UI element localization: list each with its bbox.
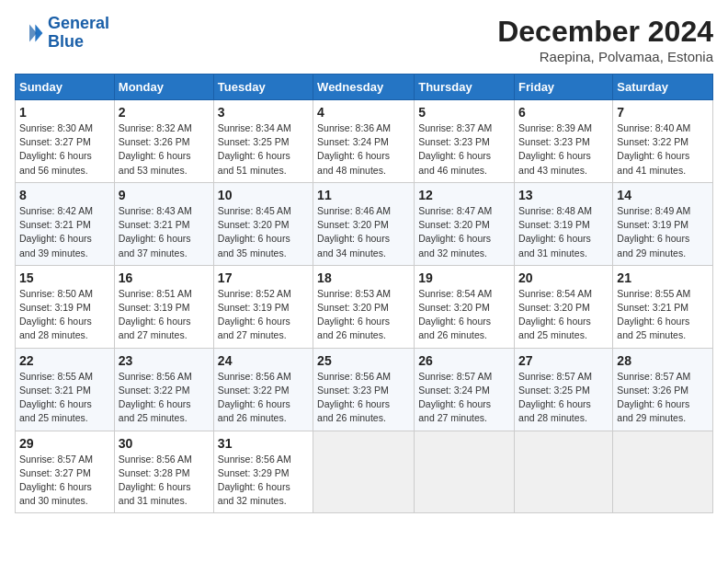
day-info: Sunrise: 8:53 AMSunset: 3:20 PMDaylight:… [317,287,410,343]
day-number: 13 [518,188,609,202]
calendar-table: SundayMondayTuesdayWednesdayThursdayFrid… [15,74,713,513]
day-info: Sunrise: 8:48 AMSunset: 3:19 PMDaylight:… [518,204,609,260]
day-info: Sunrise: 8:51 AMSunset: 3:19 PMDaylight:… [119,287,210,343]
day-info: Sunrise: 8:32 AMSunset: 3:26 PMDaylight:… [119,121,210,178]
calendar-week-row: 8Sunrise: 8:42 AMSunset: 3:21 PMDaylight… [16,182,713,265]
day-number: 2 [119,105,210,120]
calendar-cell [313,431,415,513]
day-info: Sunrise: 8:52 AMSunset: 3:19 PMDaylight:… [218,287,309,343]
calendar-cell [613,431,713,513]
day-info: Sunrise: 8:57 AMSunset: 3:24 PMDaylight:… [418,370,510,426]
calendar-cell [415,431,515,513]
day-number: 21 [617,270,709,285]
calendar-cell: 1Sunrise: 8:30 AMSunset: 3:27 PMDaylight… [16,100,115,183]
calendar-cell [515,431,613,513]
day-info: Sunrise: 8:57 AMSunset: 3:26 PMDaylight:… [617,370,709,426]
logo: General Blue [15,15,109,52]
calendar-cell: 13Sunrise: 8:48 AMSunset: 3:19 PMDayligh… [515,182,613,265]
day-number: 10 [218,188,309,202]
logo-text: General Blue [48,15,109,52]
day-number: 30 [119,436,210,451]
calendar-cell: 3Sunrise: 8:34 AMSunset: 3:25 PMDaylight… [213,100,313,183]
calendar-cell: 11Sunrise: 8:46 AMSunset: 3:20 PMDayligh… [313,182,415,265]
calendar-title: December 2024 [497,15,713,49]
day-info: Sunrise: 8:56 AMSunset: 3:28 PMDaylight:… [119,453,210,509]
day-number: 28 [617,353,709,368]
calendar-week-row: 1Sunrise: 8:30 AMSunset: 3:27 PMDaylight… [16,100,713,183]
day-info: Sunrise: 8:30 AMSunset: 3:27 PMDaylight:… [19,121,110,178]
day-info: Sunrise: 8:56 AMSunset: 3:29 PMDaylight:… [218,453,309,509]
calendar-cell: 25Sunrise: 8:56 AMSunset: 3:23 PMDayligh… [313,348,415,431]
day-info: Sunrise: 8:54 AMSunset: 3:20 PMDaylight:… [418,287,510,343]
calendar-cell: 24Sunrise: 8:56 AMSunset: 3:22 PMDayligh… [213,348,313,431]
header-row: SundayMondayTuesdayWednesdayThursdayFrid… [16,75,713,100]
logo-line1: General [48,14,109,32]
calendar-cell: 15Sunrise: 8:50 AMSunset: 3:19 PMDayligh… [16,265,115,348]
weekday-header: Friday [515,75,613,100]
day-number: 11 [317,188,410,202]
day-number: 14 [617,188,709,202]
day-info: Sunrise: 8:43 AMSunset: 3:21 PMDaylight:… [119,204,210,260]
day-number: 15 [19,270,110,285]
day-info: Sunrise: 8:57 AMSunset: 3:25 PMDaylight:… [518,370,609,426]
day-info: Sunrise: 8:49 AMSunset: 3:19 PMDaylight:… [617,204,709,260]
calendar-cell: 9Sunrise: 8:43 AMSunset: 3:21 PMDaylight… [114,182,213,265]
logo-line2: Blue [48,32,84,51]
calendar-cell: 6Sunrise: 8:39 AMSunset: 3:23 PMDaylight… [515,100,613,183]
calendar-body: 1Sunrise: 8:30 AMSunset: 3:27 PMDaylight… [16,100,713,513]
day-number: 25 [317,353,410,368]
weekday-header: Sunday [16,75,115,100]
day-info: Sunrise: 8:56 AMSunset: 3:23 PMDaylight:… [317,370,410,426]
calendar-cell: 16Sunrise: 8:51 AMSunset: 3:19 PMDayligh… [114,265,213,348]
day-info: Sunrise: 8:55 AMSunset: 3:21 PMDaylight:… [617,287,709,343]
day-number: 7 [617,105,709,120]
day-info: Sunrise: 8:42 AMSunset: 3:21 PMDaylight:… [19,204,110,260]
calendar-header: SundayMondayTuesdayWednesdayThursdayFrid… [16,75,713,100]
calendar-cell: 22Sunrise: 8:55 AMSunset: 3:21 PMDayligh… [16,348,115,431]
weekday-header: Saturday [613,75,713,100]
day-info: Sunrise: 8:39 AMSunset: 3:23 PMDaylight:… [518,121,609,178]
calendar-cell: 14Sunrise: 8:49 AMSunset: 3:19 PMDayligh… [613,182,713,265]
calendar-cell: 12Sunrise: 8:47 AMSunset: 3:20 PMDayligh… [415,182,515,265]
calendar-cell: 18Sunrise: 8:53 AMSunset: 3:20 PMDayligh… [313,265,415,348]
day-number: 12 [418,188,510,202]
calendar-cell: 10Sunrise: 8:45 AMSunset: 3:20 PMDayligh… [213,182,313,265]
calendar-cell: 5Sunrise: 8:37 AMSunset: 3:23 PMDaylight… [415,100,515,183]
day-info: Sunrise: 8:54 AMSunset: 3:20 PMDaylight:… [518,287,609,343]
day-number: 4 [317,105,410,120]
day-number: 26 [418,353,510,368]
calendar-cell: 20Sunrise: 8:54 AMSunset: 3:20 PMDayligh… [515,265,613,348]
weekday-header: Monday [114,75,213,100]
logo-icon [15,18,44,48]
calendar-cell: 27Sunrise: 8:57 AMSunset: 3:25 PMDayligh… [515,348,613,431]
day-number: 1 [19,105,110,120]
day-info: Sunrise: 8:37 AMSunset: 3:23 PMDaylight:… [418,121,510,178]
calendar-week-row: 22Sunrise: 8:55 AMSunset: 3:21 PMDayligh… [16,348,713,431]
day-info: Sunrise: 8:47 AMSunset: 3:20 PMDaylight:… [418,204,510,260]
day-number: 5 [418,105,510,120]
calendar-cell: 8Sunrise: 8:42 AMSunset: 3:21 PMDaylight… [16,182,115,265]
weekday-header: Thursday [415,75,515,100]
calendar-cell: 23Sunrise: 8:56 AMSunset: 3:22 PMDayligh… [114,348,213,431]
day-number: 6 [518,105,609,120]
calendar-cell: 28Sunrise: 8:57 AMSunset: 3:26 PMDayligh… [613,348,713,431]
day-number: 16 [119,270,210,285]
day-info: Sunrise: 8:45 AMSunset: 3:20 PMDaylight:… [218,204,309,260]
calendar-cell: 19Sunrise: 8:54 AMSunset: 3:20 PMDayligh… [415,265,515,348]
weekday-header: Tuesday [213,75,313,100]
calendar-cell: 26Sunrise: 8:57 AMSunset: 3:24 PMDayligh… [415,348,515,431]
day-number: 31 [218,436,309,451]
calendar-cell: 29Sunrise: 8:57 AMSunset: 3:27 PMDayligh… [16,431,115,513]
calendar-cell: 30Sunrise: 8:56 AMSunset: 3:28 PMDayligh… [114,431,213,513]
day-info: Sunrise: 8:56 AMSunset: 3:22 PMDaylight:… [119,370,210,426]
title-block: December 2024 Raepina, Polvamaa, Estonia [497,15,713,64]
weekday-header: Wednesday [313,75,415,100]
day-number: 18 [317,270,410,285]
calendar-cell: 2Sunrise: 8:32 AMSunset: 3:26 PMDaylight… [114,100,213,183]
day-info: Sunrise: 8:56 AMSunset: 3:22 PMDaylight:… [218,370,309,426]
day-info: Sunrise: 8:34 AMSunset: 3:25 PMDaylight:… [218,121,309,178]
day-number: 22 [19,353,110,368]
page-header: General Blue December 2024 Raepina, Polv… [15,15,713,64]
day-info: Sunrise: 8:55 AMSunset: 3:21 PMDaylight:… [19,370,110,426]
calendar-cell: 7Sunrise: 8:40 AMSunset: 3:22 PMDaylight… [613,100,713,183]
